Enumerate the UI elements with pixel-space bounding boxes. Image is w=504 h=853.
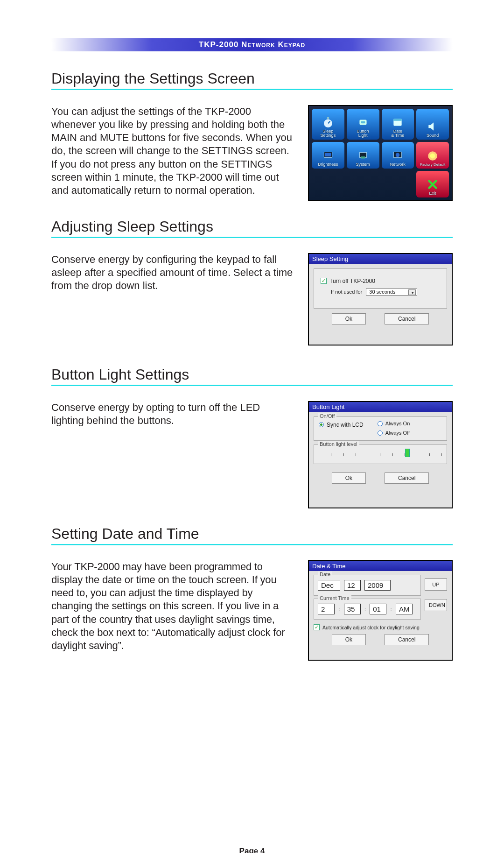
settings-body-text: You can adjust the settings of the TKP-2… [51, 105, 295, 197]
tile-network[interactable]: Network [382, 142, 414, 169]
tile-sound[interactable]: Sound [416, 109, 449, 140]
sleep-section: Conserve energy by configuring the keypa… [51, 253, 453, 345]
radio-icon [319, 422, 324, 427]
svg-point-1 [324, 120, 332, 127]
running-header: TKP-2000 Network Keypad [51, 38, 453, 51]
dialog-title: Button Light [309, 402, 452, 412]
year-field[interactable]: 2009 [364, 580, 391, 591]
sleep-body-text: Conserve energy by configuring the keypa… [51, 253, 295, 292]
tile-label: Sound [427, 134, 439, 138]
time-group: Current Time 2 : 35 : 01 : AM [314, 599, 421, 620]
divider [51, 89, 453, 90]
checkbox-label: Automatically adjust clock for daylight … [322, 625, 420, 630]
radio-always-on[interactable]: Always On [378, 421, 410, 426]
cancel-button[interactable]: Cancel [385, 313, 429, 324]
stopwatch-icon [322, 116, 334, 128]
system-icon [357, 149, 369, 162]
dst-checkbox[interactable]: ✓ Automatically adjust clock for dayligh… [314, 624, 420, 630]
button-light-dialog-screenshot: Button Light On/Off Sync with LCD Always… [308, 401, 453, 508]
date-group: Date Dec 12 2009 [314, 575, 421, 596]
svg-point-13 [396, 153, 400, 157]
radio-label: Always On [385, 421, 410, 426]
radio-sync-with-lcd[interactable]: Sync with LCD [319, 422, 364, 428]
radio-label: Always Off [385, 430, 410, 436]
onoff-group: On/Off Sync with LCD Always On Always Of… [314, 416, 447, 441]
cancel-button[interactable]: Cancel [385, 634, 429, 645]
group-label: Date [318, 571, 332, 577]
chevron-down-icon: ▾ [412, 290, 414, 295]
divider [51, 385, 453, 386]
brightness-slider[interactable] [319, 449, 442, 459]
svg-point-15 [430, 154, 435, 159]
group-label: Button light level [318, 441, 359, 447]
tile-label: Settings [321, 134, 336, 138]
radio-label: Sync with LCD [327, 422, 364, 428]
section-title-button-light: Button Light Settings [51, 366, 453, 383]
svg-rect-9 [325, 153, 331, 157]
svg-rect-7 [394, 119, 402, 120]
divider [51, 237, 453, 238]
second-field[interactable]: 01 [370, 604, 386, 614]
month-field[interactable]: Dec [318, 580, 340, 591]
tile-exit[interactable]: Exit [416, 171, 449, 197]
svg-rect-5 [361, 121, 365, 123]
section-title-sleep: Adjusting Sleep Settings [51, 218, 453, 235]
duration-select[interactable]: 30 seconds ▾ [366, 288, 417, 296]
tile-button-light[interactable]: Button Light [347, 109, 379, 140]
level-group: Button light level [314, 444, 447, 464]
calendar-icon [392, 116, 404, 128]
divider [51, 544, 453, 545]
tile-date-time[interactable]: Date & Time [382, 109, 414, 140]
tile-label: & Time [391, 134, 404, 138]
monitor-icon [322, 149, 334, 162]
hour-field[interactable]: 2 [318, 604, 335, 614]
tile-empty [347, 171, 379, 197]
tile-factory-default[interactable]: Factory Default [416, 142, 449, 169]
svg-rect-11 [361, 156, 365, 158]
ok-button[interactable]: Ok [332, 634, 366, 645]
cancel-button[interactable]: Cancel [385, 472, 429, 484]
select-value: 30 seconds [369, 289, 395, 295]
page-number: Page 4 [0, 846, 504, 853]
tile-brightness[interactable]: Brightness [312, 142, 344, 169]
turnoff-checkbox[interactable]: ✓ Turn off TKP-2000 [321, 278, 375, 284]
dialog-title: Date & Time [309, 561, 452, 571]
ok-button[interactable]: Ok [332, 472, 366, 484]
checkbox-label: Turn off TKP-2000 [329, 278, 375, 284]
network-icon [392, 149, 404, 162]
minute-field[interactable]: 35 [344, 604, 361, 614]
factory-reset-icon [427, 150, 439, 162]
radio-icon [378, 421, 383, 426]
speaker-icon [427, 120, 439, 133]
day-field[interactable]: 12 [344, 580, 361, 591]
slider-thumb-icon [405, 449, 410, 457]
down-button[interactable]: DOWN [425, 599, 447, 611]
tile-empty [312, 171, 344, 197]
tile-system[interactable]: System [347, 142, 379, 169]
group-label: Current Time [318, 595, 351, 601]
if-not-used-label: If not used for [331, 289, 362, 295]
button-icon [357, 116, 369, 128]
checkbox-icon: ✓ [314, 624, 320, 630]
svg-rect-2 [327, 117, 329, 119]
up-button[interactable]: UP [425, 578, 447, 591]
tile-sleep-settings[interactable]: Sleep Settings [312, 109, 344, 140]
checkbox-icon: ✓ [321, 278, 327, 284]
button-light-section: Conserve energy by opting to turn off th… [51, 401, 453, 508]
manual-page: TKP-2000 Network Keypad Displaying the S… [0, 38, 504, 853]
ok-button[interactable]: Ok [332, 313, 366, 324]
tile-empty [382, 171, 414, 197]
tile-label: Factory Default [420, 163, 445, 167]
ampm-field[interactable]: AM [396, 604, 413, 614]
section-title-settings: Displaying the Settings Screen [51, 70, 453, 87]
section-title-date-time: Setting Date and Time [51, 525, 453, 543]
date-time-body-text: Your TKP-2000 may have been programmed t… [51, 560, 295, 652]
button-light-body-text: Conserve energy by opting to turn off th… [51, 401, 295, 427]
close-icon [427, 178, 439, 190]
date-time-dialog-screenshot: Date & Time Date Dec 12 2009 [308, 560, 453, 661]
tile-label: Network [390, 162, 406, 167]
tile-label: Light [358, 134, 368, 138]
tile-label: System [356, 162, 370, 167]
radio-icon [378, 430, 383, 436]
radio-always-off[interactable]: Always Off [378, 430, 410, 436]
